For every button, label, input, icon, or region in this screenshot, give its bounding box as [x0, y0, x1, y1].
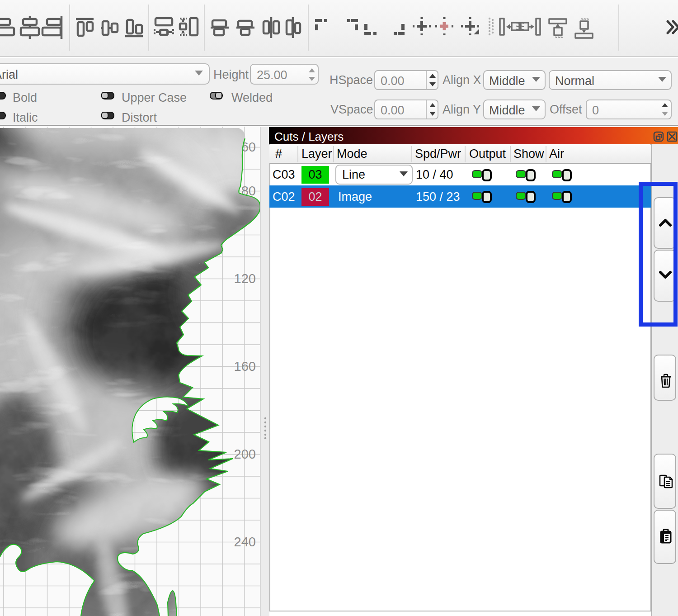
svg-text:160: 160: [234, 359, 256, 374]
svg-text:240: 240: [234, 535, 256, 549]
svg-text:120: 120: [234, 271, 256, 286]
svg-text:200: 200: [234, 447, 256, 461]
